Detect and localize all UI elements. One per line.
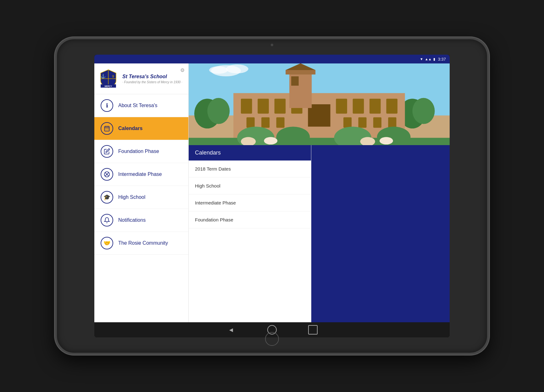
calendar-list-header: Calendars — [189, 145, 311, 161]
calendar-item-high-school[interactable]: High School — [189, 177, 311, 194]
svg-text:⚓: ⚓ — [101, 74, 106, 79]
svg-rect-36 — [276, 117, 285, 128]
svg-point-19 — [209, 66, 228, 74]
sidebar-item-community-label: The Rosie Community — [118, 240, 168, 246]
sidebar-item-notifications[interactable]: Notifications — [94, 209, 188, 232]
main-content: Calendars 2018 Term Dates High School In… — [189, 63, 450, 322]
pencil-icon — [101, 145, 113, 158]
sidebar-header: ⚓ ✞ MERCY St Teresa's School · Founded b… — [94, 63, 188, 94]
sidebar-item-foundation[interactable]: Foundation Phase — [94, 140, 188, 163]
calendar-list: Calendars 2018 Term Dates High School In… — [189, 145, 311, 322]
status-icons: ▼ ▲▲ ▮ 3:37 — [420, 57, 446, 62]
content-panel: Calendars 2018 Term Dates High School In… — [189, 145, 450, 322]
info-icon: ℹ — [101, 99, 113, 112]
school-subtitle: · Founded by the Sisters of Mercy in 193… — [122, 80, 185, 84]
home-button[interactable] — [267, 325, 277, 335]
calendar-item-intermediate[interactable]: Intermediate Phase — [189, 194, 311, 211]
sidebar-item-community[interactable]: 🤝 The Rosie Community — [94, 232, 188, 255]
tablet-device: ▼ ▲▲ ▮ 3:37 — [55, 37, 489, 355]
svg-point-21 — [207, 98, 230, 124]
sidebar-item-notifications-label: Notifications — [118, 217, 146, 223]
wifi-icon: ▼ — [420, 57, 423, 61]
tablet-screen: ▼ ▲▲ ▮ 3:37 — [94, 55, 450, 337]
sidebar-item-about[interactable]: ℹ About St Teresa's — [94, 94, 188, 117]
svg-rect-38 — [358, 117, 367, 128]
calendar-items: 2018 Term Dates High School Intermediate… — [189, 161, 311, 322]
svg-rect-40 — [388, 117, 396, 128]
sidebar-item-calendars-label: Calendars — [118, 126, 142, 131]
svg-rect-26 — [258, 99, 269, 113]
calendar-item-foundation[interactable]: Foundation Phase — [189, 211, 311, 228]
calendar-icon — [101, 122, 113, 135]
sidebar: ⚓ ✞ MERCY St Teresa's School · Founded b… — [94, 63, 189, 322]
status-bar: ▼ ▲▲ ▮ 3:37 — [94, 55, 450, 63]
svg-rect-34 — [247, 117, 255, 128]
svg-text:MERCY: MERCY — [105, 85, 112, 87]
svg-rect-37 — [343, 117, 352, 128]
svg-rect-25 — [241, 99, 252, 113]
sidebar-item-intermediate[interactable]: Intermediate Phase — [94, 163, 188, 186]
svg-rect-33 — [386, 99, 397, 113]
app-container: ⚓ ✞ MERCY St Teresa's School · Founded b… — [94, 63, 450, 322]
svg-point-23 — [412, 98, 435, 124]
school-name: St Teresa's School — [122, 74, 185, 79]
handshake-icon: 🤝 — [101, 237, 113, 249]
svg-point-18 — [226, 64, 248, 73]
status-time: 3:37 — [438, 57, 446, 62]
svg-rect-32 — [369, 99, 381, 113]
sidebar-item-foundation-label: Foundation Phase — [118, 149, 159, 154]
school-logo: ⚓ ✞ MERCY — [98, 68, 119, 89]
bell-icon — [101, 214, 113, 226]
right-panel — [311, 145, 450, 322]
svg-rect-42 — [286, 70, 315, 74]
sidebar-item-highschool-label: High School — [118, 194, 145, 200]
svg-rect-31 — [353, 99, 364, 113]
svg-rect-27 — [275, 99, 286, 113]
bottom-nav: ◄ — [94, 322, 450, 337]
signal-icon: ▲▲ — [425, 57, 432, 61]
sidebar-item-intermediate-label: Intermediate Phase — [118, 172, 162, 177]
svg-rect-45 — [189, 138, 450, 145]
svg-rect-30 — [336, 99, 347, 113]
recent-button[interactable] — [308, 325, 318, 335]
calendar-item-term-dates[interactable]: 2018 Term Dates — [189, 161, 311, 177]
svg-rect-35 — [261, 117, 269, 128]
battery-icon: ▮ — [433, 57, 435, 61]
school-info: St Teresa's School · Founded by the Sist… — [122, 74, 185, 84]
svg-text:✞: ✞ — [112, 74, 114, 78]
graduation-icon: 🎓 — [101, 191, 113, 204]
sidebar-item-about-label: About St Teresa's — [118, 103, 158, 108]
svg-rect-39 — [373, 117, 381, 128]
sidebar-item-highschool[interactable]: 🎓 High School — [94, 186, 188, 209]
hero-image — [189, 63, 450, 145]
svg-point-53 — [380, 137, 393, 144]
sidebar-item-calendars[interactable]: Calendars — [94, 117, 188, 140]
svg-point-51 — [264, 137, 278, 144]
svg-rect-43 — [291, 76, 299, 86]
settings-icon[interactable]: ⚙ — [180, 67, 185, 73]
back-button[interactable]: ◄ — [226, 325, 236, 335]
crosshatch-icon — [101, 168, 113, 181]
